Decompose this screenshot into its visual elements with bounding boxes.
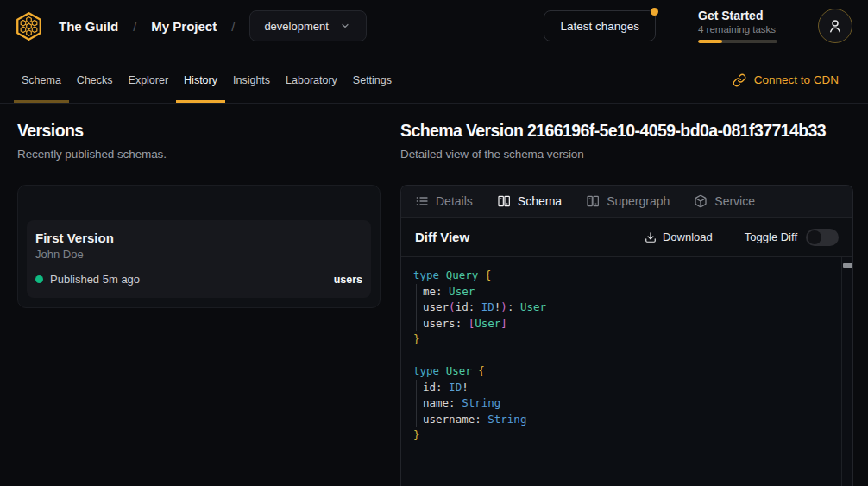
code-lines: type Query {me: Useruser(id: ID!): Useru…	[413, 268, 852, 444]
code-line: type User {	[413, 363, 852, 380]
latest-changes-button[interactable]: Latest changes	[544, 10, 656, 41]
detail-tab-label: Details	[436, 194, 473, 208]
get-started-progress-fill	[698, 40, 722, 43]
tab-insights[interactable]: Insights	[225, 52, 278, 103]
tab-underline	[14, 100, 69, 103]
schema-code-editor[interactable]: type Query {me: Useruser(id: ID!): Useru…	[401, 257, 852, 486]
diff-toolbar: Diff View Download Toggle Diff	[401, 218, 852, 257]
download-label: Download	[663, 230, 713, 243]
scrollbar-thumb[interactable]	[843, 263, 852, 268]
editor-scrollbar[interactable]	[841, 257, 852, 486]
detail-tabs: DetailsSchemaSupergraphService	[401, 186, 852, 218]
latest-changes-label: Latest changes	[560, 20, 639, 33]
org-breadcrumb[interactable]: The Guild	[59, 19, 118, 34]
download-button[interactable]: Download	[645, 230, 713, 243]
get-started-progress-bar	[698, 40, 777, 43]
connect-cdn-link[interactable]: Connect to CDN	[733, 52, 839, 103]
tab-bar: SchemaChecksExplorerHistoryInsightsLabor…	[0, 52, 868, 104]
versions-title: Versions	[17, 121, 381, 141]
code-line: users: [User]	[413, 316, 852, 332]
detail-tab-label: Schema	[518, 194, 562, 208]
code-line	[413, 348, 852, 364]
project-breadcrumb[interactable]: My Project	[151, 19, 217, 34]
service-name-badge: users	[334, 274, 362, 286]
person-icon	[827, 18, 843, 34]
link-icon	[733, 73, 746, 87]
code-line: me: User	[413, 284, 852, 300]
environment-select-value: development	[264, 20, 328, 33]
code-line: user(id: ID!): User	[413, 300, 852, 316]
detail-tab-label: Supergraph	[607, 194, 670, 208]
main-content: Versions Recently published schemas. Fir…	[0, 104, 868, 486]
download-icon	[645, 231, 657, 243]
code-line: type Query {	[413, 268, 852, 284]
toggle-knob	[808, 230, 821, 244]
detail-tab-label: Service	[714, 194, 755, 208]
diff-view-title: Diff View	[415, 230, 469, 244]
notification-dot	[651, 8, 658, 16]
versions-subtitle: Recently published schemas.	[17, 148, 381, 161]
tab-label: Checks	[77, 74, 113, 86]
tab-checks[interactable]: Checks	[69, 52, 121, 103]
versions-column: Versions Recently published schemas. Fir…	[17, 121, 381, 486]
breadcrumb-separator: /	[231, 19, 235, 34]
schema-version-title: Schema Version 2166196f-5e10-4059-bd0a-0…	[400, 121, 853, 141]
published-status-dot	[35, 275, 43, 283]
code-line: }	[413, 427, 852, 444]
columns-icon	[586, 194, 600, 208]
detail-tab-details[interactable]: Details	[415, 194, 473, 208]
tab-label: Schema	[22, 74, 61, 86]
code-line: username: String	[413, 412, 852, 428]
breadcrumb-separator: /	[133, 19, 136, 34]
tab-label: Settings	[353, 74, 392, 86]
tab-schema[interactable]: Schema	[14, 52, 69, 103]
list-icon	[415, 194, 429, 208]
version-author: John Doe	[35, 248, 362, 261]
connect-cdn-label: Connect to CDN	[754, 73, 839, 86]
version-detail-column: Schema Version 2166196f-5e10-4059-bd0a-0…	[400, 121, 853, 486]
code-line: name: String	[413, 395, 852, 412]
tab-label: Explorer	[129, 74, 169, 86]
version-list-item[interactable]: First Version John Doe Published 5m ago …	[27, 220, 371, 298]
tab-label: History	[184, 74, 217, 86]
toggle-diff-label: Toggle Diff	[745, 230, 797, 243]
nav-tabs: SchemaChecksExplorerHistoryInsightsLabor…	[14, 52, 399, 103]
hive-logo-icon[interactable]	[14, 11, 44, 41]
code-line: id: ID!	[413, 380, 852, 396]
box-icon	[694, 194, 708, 208]
tab-settings[interactable]: Settings	[345, 52, 399, 103]
tab-explorer[interactable]: Explorer	[121, 52, 177, 103]
get-started-widget[interactable]: Get Started 4 remaining tasks	[698, 9, 777, 43]
detail-tab-supergraph[interactable]: Supergraph	[586, 194, 670, 208]
versions-list: First Version John Doe Published 5m ago …	[17, 185, 381, 308]
toggle-diff-switch[interactable]	[806, 229, 839, 246]
toggle-diff-control: Toggle Diff	[745, 229, 839, 246]
schema-version-panel: DetailsSchemaSupergraphService Diff View…	[400, 185, 853, 486]
tab-underline	[176, 100, 225, 103]
get-started-subtitle: 4 remaining tasks	[698, 24, 777, 35]
detail-tab-schema[interactable]: Schema	[497, 194, 562, 208]
tab-laboratory[interactable]: Laboratory	[278, 52, 345, 103]
schema-version-subtitle: Detailed view of the schema version	[400, 148, 853, 161]
version-status-row: Published 5m ago users	[35, 273, 362, 286]
version-status: Published 5m ago	[50, 273, 140, 286]
detail-tab-service[interactable]: Service	[694, 194, 755, 208]
tab-history[interactable]: History	[176, 52, 225, 103]
tab-label: Laboratory	[286, 74, 337, 86]
tab-label: Insights	[233, 74, 270, 86]
chevron-down-icon	[340, 21, 350, 31]
app-header: The Guild / My Project / development Lat…	[0, 0, 868, 52]
code-line: }	[413, 331, 852, 348]
get-started-title: Get Started	[698, 9, 777, 22]
version-title: First Version	[35, 230, 362, 245]
environment-select[interactable]: development	[249, 10, 366, 41]
user-avatar[interactable]	[818, 9, 852, 43]
columns-icon	[497, 194, 511, 208]
